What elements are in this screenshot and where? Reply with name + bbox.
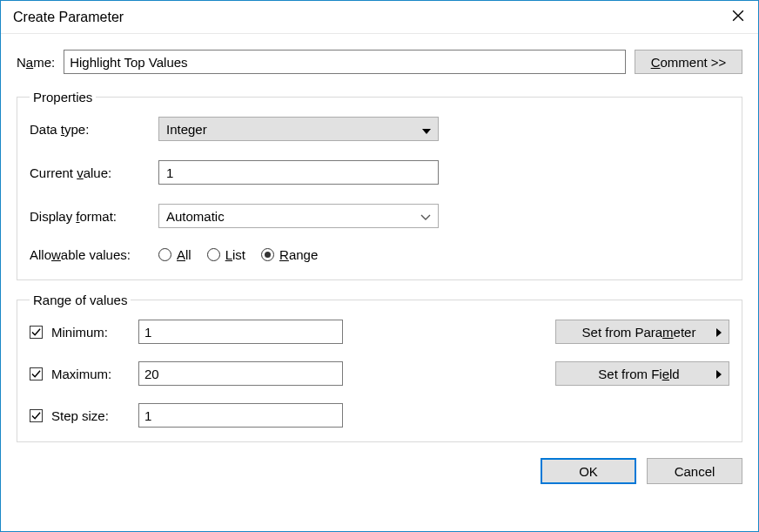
radio-icon bbox=[261, 248, 274, 261]
data-type-label: Data type: bbox=[30, 122, 158, 137]
set-from-parameter-button[interactable]: Set from Parameter bbox=[555, 320, 729, 344]
maximum-row: Maximum: bbox=[30, 361, 538, 386]
allowable-values-radios: All List Range bbox=[158, 247, 318, 262]
name-label: Name: bbox=[17, 55, 55, 70]
radio-icon bbox=[207, 248, 220, 261]
minimum-checkbox[interactable] bbox=[30, 326, 43, 339]
chevron-down-icon bbox=[420, 209, 431, 224]
display-format-value: Automatic bbox=[166, 209, 225, 224]
maximum-label: Maximum: bbox=[51, 367, 138, 381]
range-left: Minimum: Maximum: Step bbox=[30, 320, 538, 428]
name-input[interactable] bbox=[64, 50, 626, 74]
comment-button[interactable]: Comment >> bbox=[635, 50, 742, 74]
dialog-footer: OK Cancel bbox=[17, 455, 742, 484]
range-right: Set from Parameter Set from Field bbox=[555, 320, 729, 428]
display-format-label: Display format: bbox=[30, 209, 158, 224]
radio-range[interactable]: Range bbox=[261, 247, 318, 262]
arrow-right-icon bbox=[716, 325, 722, 340]
step-size-input[interactable] bbox=[138, 403, 343, 428]
properties-group: Properties Data type: Integer Current va… bbox=[17, 90, 742, 280]
data-type-row: Data type: Integer bbox=[30, 117, 729, 141]
allowable-values-row: Allowable values: All List Range bbox=[30, 247, 729, 262]
set-from-field-button[interactable]: Set from Field bbox=[555, 361, 729, 386]
close-icon bbox=[732, 10, 744, 24]
dialog-content: Name: Comment >> Properties Data type: I… bbox=[1, 34, 758, 531]
radio-all[interactable]: All bbox=[158, 247, 191, 262]
radio-list-label: List bbox=[225, 247, 245, 262]
check-icon bbox=[31, 408, 41, 423]
range-legend: Range of values bbox=[30, 293, 131, 307]
display-format-combobox[interactable]: Automatic bbox=[158, 204, 439, 228]
minimum-label: Minimum: bbox=[51, 325, 138, 340]
check-icon bbox=[31, 367, 41, 381]
current-value-label: Current value: bbox=[30, 165, 158, 180]
step-size-row: Step size: bbox=[30, 403, 538, 428]
radio-list[interactable]: List bbox=[207, 247, 245, 262]
radio-range-label: Range bbox=[279, 247, 318, 262]
create-parameter-dialog: Create Parameter Name: Comment >> Proper… bbox=[0, 0, 759, 532]
cancel-button[interactable]: Cancel bbox=[647, 458, 742, 484]
current-value-row: Current value: bbox=[30, 160, 729, 185]
step-size-label: Step size: bbox=[51, 408, 138, 423]
data-type-dropdown[interactable]: Integer bbox=[158, 117, 439, 141]
range-of-values-group: Range of values Minimum: Maxim bbox=[17, 293, 742, 442]
caret-down-icon bbox=[422, 122, 431, 137]
display-format-row: Display format: Automatic bbox=[30, 204, 729, 228]
maximum-checkbox[interactable] bbox=[30, 367, 43, 380]
arrow-right-icon bbox=[716, 367, 722, 381]
minimum-row: Minimum: bbox=[30, 320, 538, 344]
check-icon bbox=[31, 325, 41, 340]
window-title: Create Parameter bbox=[13, 10, 718, 25]
step-size-checkbox[interactable] bbox=[30, 409, 43, 422]
radio-all-label: All bbox=[177, 247, 191, 262]
ok-button[interactable]: OK bbox=[541, 458, 636, 484]
maximum-input[interactable] bbox=[138, 361, 343, 386]
allowable-values-label: Allowable values: bbox=[30, 247, 158, 262]
titlebar: Create Parameter bbox=[1, 1, 758, 34]
current-value-input[interactable] bbox=[158, 160, 439, 185]
name-row: Name: Comment >> bbox=[17, 50, 742, 74]
close-button[interactable] bbox=[718, 1, 758, 33]
radio-icon bbox=[158, 248, 171, 261]
minimum-input[interactable] bbox=[138, 320, 343, 344]
properties-legend: Properties bbox=[30, 90, 96, 104]
data-type-value: Integer bbox=[166, 122, 207, 137]
